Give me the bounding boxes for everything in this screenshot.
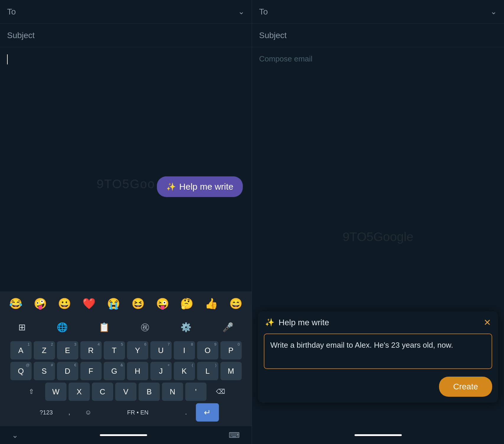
- keyboard-dismiss-icon[interactable]: ⌨: [229, 431, 240, 440]
- wand-sparkle-icon-right: ✨: [265, 318, 274, 327]
- key-apostrophe[interactable]: ': [185, 383, 207, 401]
- key-l[interactable]: )L: [197, 362, 218, 380]
- prompt-text: Write a birthday email to Alex. He's 23 …: [270, 341, 453, 349]
- key-emoji[interactable]: ☺: [79, 403, 97, 422]
- compose-placeholder: Compose email: [259, 54, 313, 63]
- key-g[interactable]: &G: [104, 362, 125, 380]
- subject-label-right: Subject: [259, 31, 497, 40]
- keyboard-bottom-row: ?123 , ☺ FR • EN . ↵: [1, 403, 251, 422]
- emoji-cry[interactable]: 😭: [103, 297, 125, 310]
- key-space[interactable]: FR • EN: [100, 403, 176, 422]
- help-me-write-panel: ✨ Help me write ✕ Write a birthday email…: [258, 311, 498, 403]
- to-label-right: To: [259, 7, 490, 17]
- key-h[interactable]: H: [127, 362, 148, 380]
- to-field-row-right[interactable]: To ⌄: [252, 0, 504, 24]
- key-n[interactable]: N: [162, 383, 183, 401]
- key-comma[interactable]: ,: [62, 403, 77, 422]
- emoji-think[interactable]: 🤔: [176, 297, 198, 310]
- help-me-write-label: Help me write: [179, 182, 233, 192]
- key-k[interactable]: (K: [174, 362, 195, 380]
- panel-title: Help me write: [279, 318, 479, 327]
- key-c[interactable]: C: [92, 383, 113, 401]
- key-w[interactable]: W: [45, 383, 66, 401]
- emoji-bar: 😂 🤪 😀 ❤️ 😭 😆 😜 🤔 👍 😄: [0, 292, 252, 315]
- emoji-smile[interactable]: 😀: [54, 297, 76, 310]
- settings-icon[interactable]: ⚙️: [176, 320, 196, 335]
- subject-label: Subject: [7, 31, 245, 40]
- emoji-thumbsup[interactable]: 👍: [200, 297, 222, 310]
- compose-body-right[interactable]: Compose email 9TO5Google ✨ Help me write…: [252, 47, 504, 426]
- key-numbers[interactable]: ?123: [33, 403, 60, 422]
- home-indicator-right: [355, 434, 402, 436]
- prompt-textarea[interactable]: Write a birthday email to Alex. He's 23 …: [264, 334, 492, 369]
- keyboard-toolbar: ⊞ 🌐 📋 ㊗ ⚙️ 🎤: [0, 315, 252, 339]
- key-r[interactable]: 4R: [80, 341, 102, 360]
- translate-icon[interactable]: ㊗: [136, 319, 154, 336]
- clipboard-icon[interactable]: 📋: [94, 320, 114, 335]
- subject-field-row[interactable]: Subject: [0, 24, 252, 47]
- close-panel-button[interactable]: ✕: [484, 317, 491, 328]
- key-p[interactable]: 0P: [220, 341, 242, 360]
- panel-header: ✨ Help me write ✕: [258, 311, 498, 334]
- key-q[interactable]: @Q: [10, 362, 32, 380]
- to-field-row[interactable]: To ⌄: [0, 0, 252, 24]
- emoji-tongue[interactable]: 🤪: [29, 297, 51, 310]
- key-x[interactable]: X: [69, 383, 90, 401]
- key-z[interactable]: 2Z: [34, 341, 55, 360]
- key-y[interactable]: 6Y: [127, 341, 148, 360]
- key-v[interactable]: V: [115, 383, 136, 401]
- key-backspace[interactable]: ⌫: [209, 383, 232, 401]
- key-a[interactable]: 1A: [10, 341, 32, 360]
- grid-icon[interactable]: ⊞: [14, 320, 30, 335]
- watermark-right: 9TO5Google: [343, 230, 414, 244]
- key-u[interactable]: 7U: [150, 341, 172, 360]
- keyboard-row-3: ⇧ W X C V B N ' ⌫: [1, 383, 251, 401]
- key-o[interactable]: 9O: [197, 341, 218, 360]
- wand-sparkle-icon: ✨: [166, 182, 176, 191]
- emoji-grin[interactable]: 😄: [225, 297, 247, 310]
- keyboard: 1A 2Z 3E 4R 5T 6Y 7U 8I 9O 0P @Q #S €D F…: [0, 339, 252, 426]
- left-panel: To ⌄ Subject 9TO5Goo ✨ Help me write 😂 🤪…: [0, 0, 252, 444]
- key-t[interactable]: 5T: [104, 341, 125, 360]
- right-panel: To ⌄ Subject Compose email 9TO5Google ✨ …: [252, 0, 504, 444]
- key-m[interactable]: M: [220, 362, 242, 380]
- create-button[interactable]: Create: [439, 377, 492, 397]
- subject-field-row-right[interactable]: Subject: [252, 24, 504, 47]
- key-b[interactable]: B: [139, 383, 160, 401]
- to-label: To: [7, 7, 238, 17]
- emoji-laugh[interactable]: 😆: [127, 297, 149, 310]
- text-cursor: [7, 54, 8, 64]
- emoji-tongue2[interactable]: 😜: [152, 297, 174, 310]
- bottom-bar-right: [252, 426, 504, 444]
- emoji-laughing[interactable]: 😂: [5, 297, 27, 310]
- key-e[interactable]: 3E: [57, 341, 78, 360]
- help-me-write-button[interactable]: ✨ Help me write: [157, 176, 243, 197]
- keyboard-row-2: @Q #S €D F &G H +J (K )L M: [1, 362, 251, 380]
- globe-icon[interactable]: 🌐: [52, 320, 72, 335]
- key-period[interactable]: .: [178, 403, 194, 422]
- bottom-chevron-icon[interactable]: ⌄: [12, 431, 18, 440]
- watermark-left: 9TO5Goo: [97, 177, 155, 191]
- emoji-heart[interactable]: ❤️: [78, 297, 100, 310]
- home-indicator-left: [100, 434, 147, 436]
- mic-icon[interactable]: 🎤: [218, 320, 238, 335]
- chevron-down-icon-right: ⌄: [490, 7, 497, 16]
- panel-footer: Create: [258, 374, 498, 403]
- key-f[interactable]: F: [80, 362, 102, 380]
- key-s[interactable]: #S: [34, 362, 55, 380]
- key-shift[interactable]: ⇧: [19, 383, 43, 401]
- key-i[interactable]: 8I: [174, 341, 195, 360]
- chevron-down-icon: ⌄: [238, 7, 245, 16]
- keyboard-row-1: 1A 2Z 3E 4R 5T 6Y 7U 8I 9O 0P: [1, 341, 251, 360]
- key-enter[interactable]: ↵: [196, 403, 219, 422]
- compose-body-left[interactable]: 9TO5Goo ✨ Help me write: [0, 47, 252, 292]
- key-d[interactable]: €D: [57, 362, 78, 380]
- bottom-bar-left: ⌄ ⌨: [0, 426, 252, 444]
- key-j[interactable]: +J: [150, 362, 172, 380]
